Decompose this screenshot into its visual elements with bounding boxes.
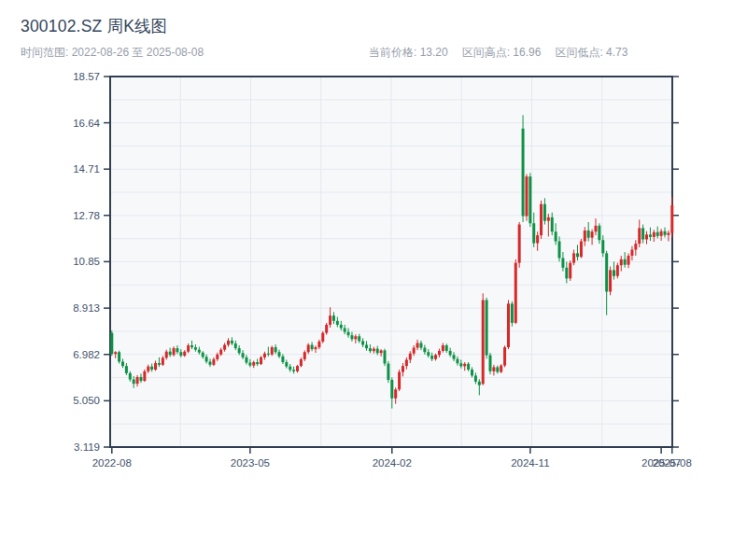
candle-body [296, 366, 299, 371]
candle-body [380, 350, 383, 353]
candle-body [398, 372, 401, 390]
y-tick-label: 16.64 [73, 118, 100, 129]
x-tick-label: 2025-08 [653, 457, 692, 469]
candle-body [478, 382, 481, 385]
candle-body [227, 341, 230, 345]
candle-body [158, 363, 161, 365]
candle-body [387, 364, 389, 380]
candle-body [580, 242, 583, 258]
candle-body [482, 300, 485, 384]
candle-body [620, 259, 623, 265]
candle-body [317, 342, 320, 347]
candle-body [216, 355, 218, 359]
candle-body [165, 352, 168, 358]
candle-body [641, 228, 644, 239]
candle-body [256, 362, 259, 364]
candle-body [427, 352, 430, 356]
candle-body [624, 259, 627, 265]
summary-stats: 当前价格: 13.20 区间高点: 16.96 区间低点: 4.73 [369, 45, 627, 61]
candle-body [365, 345, 368, 349]
y-tick-label: 8.913 [73, 302, 100, 314]
candle-body [190, 345, 193, 347]
candle-body [492, 367, 495, 371]
candle-body [271, 347, 274, 355]
candle-body [231, 341, 233, 343]
candle-body [613, 270, 615, 275]
candle-body [260, 357, 262, 364]
candle-body [344, 329, 346, 332]
range-low-stat: 区间低点: 4.73 [555, 45, 627, 61]
candle-body [198, 350, 201, 353]
candle-body [110, 333, 113, 355]
candle-body [208, 362, 211, 365]
candle-body [488, 356, 491, 371]
candle-body [664, 231, 667, 235]
kline-chart: 3.1195.0506.9828.91310.8512.7814.7116.64… [0, 65, 747, 560]
candle-body [133, 380, 135, 385]
candle-body [183, 352, 186, 356]
candle-body [202, 353, 204, 357]
candle-body [329, 315, 331, 325]
candle-body [267, 354, 270, 355]
candle-body [311, 345, 314, 350]
candle-body [601, 240, 604, 253]
candle-body [314, 347, 317, 349]
candle-body [336, 321, 339, 325]
candle-body [627, 256, 630, 265]
candle-body [350, 335, 353, 339]
candle-body [486, 300, 488, 355]
x-tick-label: 2024-02 [373, 457, 412, 469]
candle-body [471, 370, 473, 375]
candle-body [609, 270, 612, 291]
candle-body [594, 226, 597, 231]
candle-body [402, 366, 404, 371]
candle-body [173, 348, 176, 355]
candle-body [442, 345, 444, 351]
candle-body [653, 232, 655, 237]
candle-body [576, 253, 579, 257]
candle-body [507, 303, 510, 347]
candle-body [558, 242, 561, 259]
candle-body [522, 129, 525, 217]
y-tick-label: 10.85 [73, 256, 100, 267]
candle-body [150, 367, 153, 370]
candle-body [587, 231, 590, 238]
candle-body [307, 345, 310, 353]
candle-body [536, 235, 539, 243]
current-price-stat: 当前价格: 13.20 [369, 45, 448, 61]
candle-body [547, 217, 550, 221]
candle-body [347, 332, 350, 336]
candle-body [234, 343, 237, 348]
candle-body [289, 367, 291, 371]
candle-body [354, 336, 357, 339]
candle-body [630, 250, 633, 256]
candle-body [212, 359, 215, 365]
y-tick-label: 3.119 [74, 441, 100, 453]
candle-body [445, 345, 448, 351]
candle-body [605, 253, 608, 291]
candle-body [467, 364, 470, 370]
candle-body [303, 352, 306, 359]
candle-body [561, 259, 564, 268]
candle-body [390, 380, 393, 399]
candle-body [438, 351, 441, 355]
candle-body [205, 357, 208, 361]
candle-body [543, 204, 546, 221]
candle-body [281, 357, 284, 362]
candle-body [591, 231, 594, 237]
candle-body [656, 232, 659, 236]
candle-body [474, 375, 477, 381]
x-tick-label: 2023-05 [231, 457, 270, 469]
candle-body [169, 352, 172, 356]
candle-body [525, 176, 528, 216]
y-tick-label: 14.71 [73, 163, 100, 175]
candle-body [154, 363, 157, 370]
candle-body [511, 303, 514, 323]
date-range-label: 时间范围: 2022-08-26 至 2025-08-08 [21, 45, 204, 61]
candle-body [129, 373, 132, 380]
candle-body [529, 176, 531, 223]
candle-body [638, 228, 641, 244]
candle-body [384, 350, 387, 363]
y-tick-label: 12.78 [73, 210, 100, 221]
candle-body [358, 336, 360, 341]
